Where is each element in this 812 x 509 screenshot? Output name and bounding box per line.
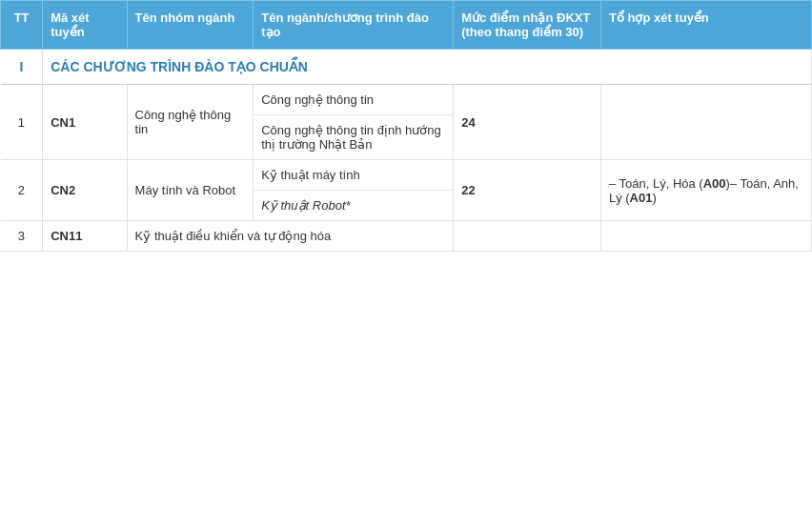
table-header-row: TT Mã xét tuyển Tên nhóm ngành Tên ngành…: [1, 1, 812, 50]
row-ma-1: CN1: [43, 85, 127, 160]
row-muc-diem-2: 22: [454, 160, 601, 221]
row-to-hop-2: – Toán, Lý, Hóa (A00)– Toán, Anh, Lý (A0…: [600, 160, 811, 221]
row-ma-2: CN2: [43, 160, 127, 221]
admission-table: TT Mã xét tuyển Tên nhóm ngành Tên ngành…: [0, 0, 812, 252]
row-tt-2: 2: [1, 160, 43, 221]
row-ten-nhom-1: Công nghệ thông tin: [127, 85, 254, 160]
section-roman: I: [1, 50, 43, 85]
to-hop-a01: A01: [630, 191, 653, 205]
table-row: 1 CN1 Công nghệ thông tin Công nghệ thôn…: [1, 85, 812, 115]
row-program-2-0: Kỹ thuật máy tính: [254, 160, 454, 191]
section-label: CÁC CHƯƠNG TRÌNH ĐÀO TẠO CHUẨN: [43, 50, 812, 85]
header-to-hop: Tổ hợp xét tuyển: [600, 1, 811, 50]
table-row: 3 CN11 Kỹ thuật điều khiển và tự động hó…: [1, 221, 812, 252]
header-muc-diem: Mức điểm nhận ĐKXT (theo thang điểm 30): [454, 1, 601, 50]
header-ten-nganh: Tên ngành/chương trình đào tạo: [254, 1, 454, 50]
row-program-1-1: Công nghệ thông tin định hướng thị trườn…: [254, 115, 454, 160]
row-program-1-0: Công nghệ thông tin: [254, 85, 454, 115]
row-tt-3: 3: [1, 221, 43, 252]
row-to-hop-3: [600, 221, 811, 252]
section-header-row: I CÁC CHƯƠNG TRÌNH ĐÀO TẠO CHUẨN: [1, 50, 812, 85]
row-ma-3: CN11: [43, 221, 127, 252]
row-muc-diem-3: [454, 221, 601, 252]
table-row: 2 CN2 Máy tính và Robot Kỹ thuật máy tín…: [1, 160, 812, 191]
to-hop-a00: A00: [703, 176, 726, 191]
row-muc-diem-1: 24: [454, 85, 601, 160]
main-table-container: TT Mã xét tuyển Tên nhóm ngành Tên ngành…: [0, 0, 812, 252]
row-to-hop-1: [600, 85, 811, 160]
row-tt-1: 1: [1, 85, 43, 160]
row-ten-nhom-3: Kỹ thuật điều khiển và tự động hóa: [127, 221, 454, 252]
row-program-2-1: Kỹ thuật Robot*: [254, 191, 454, 221]
row-ten-nhom-2: Máy tính và Robot: [127, 160, 254, 221]
header-ma: Mã xét tuyển: [43, 1, 127, 50]
header-tt: TT: [1, 1, 43, 50]
header-ten-nhom: Tên nhóm ngành: [127, 1, 254, 50]
